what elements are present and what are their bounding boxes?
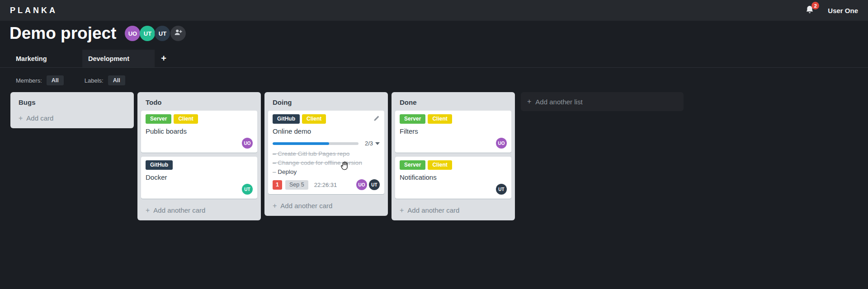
person-add-icon bbox=[174, 28, 183, 39]
due-date-badge[interactable]: Sep 5 bbox=[285, 180, 308, 190]
avatar[interactable]: UO bbox=[242, 138, 253, 149]
filter-bar: Members: All Labels: All bbox=[16, 75, 125, 85]
notification-count-badge: 2 bbox=[811, 2, 819, 9]
avatar[interactable]: UT bbox=[140, 26, 155, 41]
progress-bar bbox=[273, 142, 359, 145]
plus-icon: + bbox=[146, 207, 150, 214]
project-members: UO UT UT bbox=[125, 26, 186, 41]
card-title: Notifications bbox=[400, 173, 507, 182]
card-label: Client bbox=[428, 114, 452, 124]
card-notification-badge: 1 bbox=[273, 180, 282, 190]
card-online-demo[interactable]: GitHub Client Online demo 2/3 Create Git… bbox=[268, 111, 384, 194]
avatar[interactable]: UT bbox=[242, 184, 253, 195]
card-members: UO bbox=[400, 138, 507, 149]
card-members: UT bbox=[400, 184, 507, 195]
card-members: UO bbox=[146, 138, 253, 149]
card-label: Client bbox=[174, 114, 198, 124]
notifications-button[interactable]: 2 bbox=[804, 5, 816, 16]
plus-icon: + bbox=[19, 115, 23, 122]
card-label: Server bbox=[400, 114, 425, 124]
list-title[interactable]: Bugs bbox=[14, 96, 130, 111]
label-row: Server Client bbox=[146, 114, 253, 124]
card-label: GitHub bbox=[146, 160, 173, 170]
user-menu[interactable]: User One bbox=[828, 7, 858, 14]
avatar[interactable]: UO bbox=[356, 179, 367, 190]
card-label: Server bbox=[400, 160, 425, 170]
avatar[interactable]: UO bbox=[496, 138, 507, 149]
card-filters[interactable]: Server Client Filters UO bbox=[395, 111, 511, 153]
project-title[interactable]: Demo project bbox=[9, 22, 116, 45]
label-row: GitHub bbox=[146, 160, 253, 170]
add-board-button[interactable]: + bbox=[155, 50, 173, 67]
add-another-card-button[interactable]: + Add another card bbox=[268, 198, 384, 212]
members-filter-value[interactable]: All bbox=[47, 75, 64, 85]
avatar[interactable]: UT bbox=[496, 184, 507, 195]
plus-icon: + bbox=[527, 98, 531, 105]
list-todo: Todo Server Client Public boards UO GitH… bbox=[137, 92, 261, 220]
add-another-card-label: Add another card bbox=[153, 206, 205, 214]
list-title[interactable]: Done bbox=[395, 96, 511, 111]
add-list-label: Add another list bbox=[535, 98, 582, 106]
card-docker[interactable]: GitHub Docker UT bbox=[141, 157, 257, 199]
project-header: Demo project UO UT UT bbox=[9, 22, 186, 45]
card-title: Docker bbox=[146, 173, 253, 182]
add-another-card-label: Add another card bbox=[407, 206, 459, 214]
card-label: Client bbox=[428, 160, 452, 170]
card-badges: 1 Sep 5 22:26:31 UO UT bbox=[273, 179, 380, 190]
bell-icon bbox=[804, 9, 815, 17]
list-title[interactable]: Todo bbox=[141, 96, 257, 111]
add-list-button[interactable]: + Add another list bbox=[521, 92, 684, 111]
card-public-boards[interactable]: Server Client Public boards UO bbox=[141, 111, 257, 153]
members-filter-label: Members: bbox=[16, 77, 42, 84]
tasks-toggle[interactable]: 2/3 bbox=[365, 140, 380, 147]
card-label: GitHub bbox=[273, 114, 300, 124]
list-done: Done Server Client Filters UO Server Cli… bbox=[392, 92, 515, 220]
list-bugs: Bugs + Add card bbox=[10, 92, 134, 128]
card-title: Filters bbox=[400, 127, 507, 135]
card-members: UT bbox=[146, 184, 253, 195]
avatar[interactable]: UT bbox=[155, 26, 170, 41]
app-logo[interactable]: PLANKA bbox=[10, 6, 57, 15]
card-members: UO UT bbox=[354, 179, 380, 190]
card-title: Public boards bbox=[146, 127, 253, 135]
add-another-card-button[interactable]: + Add another card bbox=[141, 203, 257, 217]
plus-icon: + bbox=[400, 207, 404, 214]
avatar[interactable]: UO bbox=[125, 26, 140, 41]
task-item: Change code for offline version bbox=[273, 158, 380, 168]
tab-marketing[interactable]: Marketing bbox=[10, 50, 82, 67]
stopwatch-timer[interactable]: 22:26:31 bbox=[314, 182, 337, 188]
tasks-progress: 2/3 bbox=[273, 140, 380, 147]
edit-card-button[interactable] bbox=[373, 115, 380, 122]
add-member-button[interactable] bbox=[170, 26, 186, 41]
chevron-down-icon bbox=[375, 142, 380, 145]
labels-filter-label: Labels: bbox=[85, 77, 104, 84]
add-card-label: Add card bbox=[26, 114, 53, 122]
progress-fill bbox=[273, 142, 329, 145]
card-label: Server bbox=[146, 114, 171, 124]
labels-filter-value[interactable]: All bbox=[108, 75, 125, 85]
label-row: Server Client bbox=[400, 160, 507, 170]
add-card-button[interactable]: + Add card bbox=[14, 111, 130, 125]
plus-icon: + bbox=[273, 202, 277, 210]
card-notifications[interactable]: Server Client Notifications UT bbox=[395, 157, 511, 199]
card-label: Client bbox=[302, 114, 326, 124]
task-item: Create GitHub Pages repo bbox=[273, 149, 380, 158]
label-row: Server Client bbox=[400, 114, 507, 124]
kanban-board: Bugs + Add card Todo Server Client Publi… bbox=[10, 92, 868, 220]
tab-development[interactable]: Development bbox=[82, 50, 155, 67]
task-item: Deploy bbox=[273, 168, 380, 177]
topbar-right: 2 User One bbox=[804, 5, 858, 16]
list-doing: Doing GitHub Client Online demo 2/3 bbox=[264, 92, 388, 216]
add-another-card-button[interactable]: + Add another card bbox=[395, 203, 511, 217]
topbar: PLANKA 2 User One bbox=[0, 0, 868, 21]
label-row: GitHub Client bbox=[273, 114, 380, 124]
task-list: Create GitHub Pages repo Change code for… bbox=[273, 149, 380, 177]
avatar[interactable]: UT bbox=[369, 179, 380, 190]
card-title: Online demo bbox=[273, 127, 380, 135]
add-another-card-label: Add another card bbox=[280, 202, 332, 210]
tasks-count: 2/3 bbox=[365, 140, 373, 147]
list-title[interactable]: Doing bbox=[268, 96, 384, 111]
board-tabs: Marketing Development + bbox=[0, 50, 868, 68]
